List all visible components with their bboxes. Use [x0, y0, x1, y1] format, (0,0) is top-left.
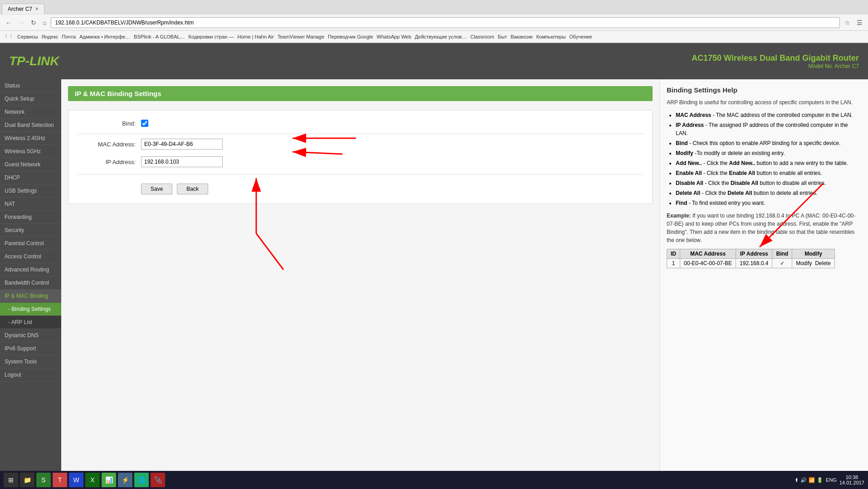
tab-title: Archer C7 [8, 6, 32, 12]
bookmark-classroom[interactable]: Classroom [470, 34, 494, 39]
button-row: Save Back [78, 179, 643, 194]
help-item-modify: Modify -To modify or delete an existing … [676, 149, 861, 157]
bookmark-hahn[interactable]: Home | Hahn Air [237, 34, 274, 39]
sidebar-item-ip-mac-binding[interactable]: IP & MAC Binding [0, 290, 61, 303]
mac-label: MAC Address: [78, 141, 141, 148]
table-cell-mac: 00-E0-4C-00-07-BE [680, 259, 736, 268]
nav-bar: ← → ↻ ⌂ ☆ ☰ [0, 15, 868, 31]
sidebar-item-status[interactable]: Status [0, 79, 61, 92]
sidebar-item-advanced-routing[interactable]: Advanced Routing [0, 263, 61, 276]
app-icon-6[interactable]: ⚡ [118, 473, 132, 487]
address-bar[interactable] [51, 17, 840, 28]
svg-line-4 [256, 233, 283, 270]
bookmark-vacancies[interactable]: Вакансии [511, 34, 533, 39]
app-icon-1[interactable]: S [36, 473, 51, 487]
ip-row: IP Address: [78, 156, 643, 167]
sidebar-item-logout[interactable]: Logout [0, 368, 61, 382]
app-icon-4[interactable]: X [85, 473, 100, 487]
sidebar-item-wireless-24[interactable]: Wireless 2.4GHz [0, 132, 61, 145]
sidebar-item-arp-list[interactable]: - ARP List [0, 316, 61, 329]
sidebar-item-bandwidth-control[interactable]: Bandwidth Control [0, 276, 61, 290]
bookmark-services2[interactable]: Действующие услов… [415, 34, 467, 39]
app-icon-3[interactable]: W [69, 473, 83, 487]
back-button-form[interactable]: Back [177, 184, 208, 194]
bind-checkbox[interactable] [141, 120, 148, 127]
bookmark-computers[interactable]: Компьютеры [536, 34, 566, 39]
sidebar-item-usb-settings[interactable]: USB Settings [0, 184, 61, 198]
bookmark-coding[interactable]: Кодировки стран — [189, 34, 234, 39]
sidebar-item-network[interactable]: Network [0, 106, 61, 119]
table-row: 1 00-E0-4C-00-07-BE 192.168.0.4 ✓ Modify… [667, 259, 835, 268]
app-icon-5[interactable]: 📊 [102, 473, 116, 487]
sidebar-item-access-control[interactable]: Access Control [0, 250, 61, 263]
tab-close-button[interactable]: ✕ [35, 6, 39, 11]
sidebar-item-guest-network[interactable]: Guest Network [0, 158, 61, 171]
file-explorer-icon[interactable]: 📁 [20, 473, 34, 487]
bookmark-education[interactable]: Обучение [569, 34, 592, 39]
table-header-bind: Bind [772, 249, 792, 259]
bookmark-yandex[interactable]: Яндекс [42, 34, 59, 39]
sidebar-item-parental-control[interactable]: Parental Control [0, 237, 61, 250]
sidebar-item-dhcp[interactable]: DHCP [0, 171, 61, 184]
table-cell-modify: Modify Delete [792, 259, 835, 268]
settings-button[interactable]: ☰ [855, 18, 864, 27]
help-item-enableall: Enable All - Click the Enable All button… [676, 169, 861, 177]
taskbar-time: 10:38 14.01.2017 [839, 474, 864, 485]
main-area: Status Quick Setup Network Dual Band Sel… [0, 79, 868, 471]
app-icon-2[interactable]: T [53, 473, 67, 487]
reload-button[interactable]: ↻ [29, 18, 38, 27]
bookmark-byt[interactable]: Быт [498, 34, 507, 39]
mac-address-input[interactable] [141, 139, 223, 150]
help-example-table: ID MAC Address IP Address Bind Modify 1 … [667, 249, 835, 268]
bookmarks-bar: ⋮⋮ Сервисы Яндекс Почта Админка • Интерф… [0, 31, 868, 43]
save-button[interactable]: Save [141, 184, 172, 194]
sidebar-item-system-tools[interactable]: System Tools [0, 355, 61, 368]
active-tab[interactable]: Archer C7 ✕ [2, 4, 44, 14]
ip-address-input[interactable] [141, 156, 223, 167]
help-item-find: Find - To find existed entry you want. [676, 199, 861, 207]
sidebar-item-nat[interactable]: NAT [0, 198, 61, 211]
sidebar-item-dual-band[interactable]: Dual Band Selection [0, 119, 61, 132]
table-header-modify: Modify [792, 249, 835, 259]
bookmark-mail[interactable]: Почта [62, 34, 76, 39]
bookmark-teamviewer[interactable]: TeamViewer Manage [278, 34, 324, 39]
table-header-id: ID [667, 249, 680, 259]
tray-icon-2: 🔊 [800, 477, 807, 483]
apps-icon: ⋮⋮ [4, 34, 14, 39]
ip-label: IP Address: [78, 159, 141, 165]
home-button[interactable]: ⌂ [41, 18, 48, 27]
bookmark-services[interactable]: Сервисы [17, 34, 38, 39]
sidebar-item-security[interactable]: Security [0, 224, 61, 237]
sidebar-item-binding-settings[interactable]: - Binding Settings [0, 303, 61, 316]
browser-chrome: Archer C7 ✕ ← → ↻ ⌂ ☆ ☰ ⋮⋮ Сервисы Яндек… [0, 0, 868, 43]
table-header-ip: IP Address [736, 249, 772, 259]
sidebar-item-ipv6-support[interactable]: IPv6 Support [0, 342, 61, 355]
router-title: AC1750 Wireless Dual Band Gigabit Router… [692, 53, 859, 69]
sidebar-item-wireless-5[interactable]: Wireless 5GHz [0, 145, 61, 158]
content-area: IP & MAC Binding Settings Bind: MAC Addr… [61, 79, 868, 471]
bookmark-admin[interactable]: Админка • Интерфе… [79, 34, 130, 39]
bookmark-button[interactable]: ☆ [843, 18, 852, 27]
help-item-bind: Bind - Check this option to enable ARP b… [676, 139, 861, 147]
back-button[interactable]: ← [4, 18, 14, 27]
logo: TP-LINK [9, 54, 59, 68]
sidebar-item-forwarding[interactable]: Forwarding [0, 211, 61, 224]
page-title: IP & MAC Binding Settings [68, 86, 653, 101]
sidebar-item-dynamic-dns[interactable]: Dynamic DNS [0, 329, 61, 342]
sys-tray: ⬆ 🔊 📶 🔋 [795, 477, 823, 483]
app-icon-7[interactable]: 🌐 [134, 473, 149, 487]
app-icon-8[interactable]: 📎 [151, 473, 165, 487]
bookmark-translate[interactable]: Переводчик Google [328, 34, 373, 39]
forward-button[interactable]: → [16, 18, 26, 27]
start-button[interactable]: ⊞ [4, 473, 18, 487]
help-panel: Binding Settings Help ARP Binding is use… [659, 79, 868, 471]
tray-icon-4: 🔋 [817, 477, 823, 483]
sidebar-item-quick-setup[interactable]: Quick Setup [0, 92, 61, 106]
main-content: IP & MAC Binding Settings Bind: MAC Addr… [61, 79, 659, 471]
help-item-disableall: Disable All - Click the Disable All butt… [676, 179, 861, 187]
bookmark-bsplink[interactable]: BSPlink - A GLOBAL… [134, 34, 185, 39]
router-header: TP-LINK AC1750 Wireless Dual Band Gigabi… [0, 43, 868, 79]
tray-icon-3: 📶 [809, 477, 815, 483]
form-divider-2 [78, 174, 643, 174]
bookmark-whatsapp[interactable]: WhatsApp Web [377, 34, 411, 39]
